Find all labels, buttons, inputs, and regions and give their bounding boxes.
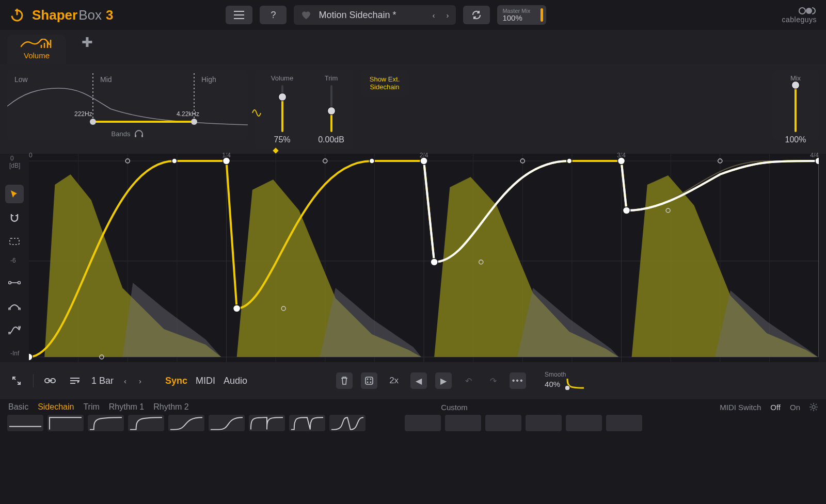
svg-line-80: [811, 409, 812, 410]
lfo-icon[interactable]: [252, 109, 261, 117]
svg-point-44: [29, 353, 33, 361]
custom-slot[interactable]: [485, 415, 521, 431]
band-split-panel[interactable]: Low Mid High 222Hz 4.22kHz Bands: [7, 70, 248, 140]
svg-rect-15: [273, 148, 278, 153]
trash-icon[interactable]: [336, 372, 353, 389]
preset-shape[interactable]: [128, 415, 164, 431]
tool-magnet[interactable]: [5, 208, 24, 227]
volume-slider[interactable]: Volume 75%: [260, 74, 304, 144]
svg-point-51: [567, 158, 572, 164]
band-high-label: High: [201, 75, 216, 84]
expand-icon[interactable]: [8, 372, 25, 389]
dice-icon[interactable]: [361, 372, 377, 389]
x2-button[interactable]: 2x: [386, 372, 402, 389]
cat-rhythm2[interactable]: Rhythm 2: [153, 402, 188, 412]
preset-selector[interactable]: Motion Sidechain * ‹ ›: [294, 5, 456, 25]
redo-icon[interactable]: ↷: [485, 372, 501, 389]
tool-pointer[interactable]: [5, 185, 24, 203]
menu-button[interactable]: [226, 6, 252, 24]
preset-shape[interactable]: [209, 415, 245, 431]
svg-point-11: [90, 119, 96, 125]
length-prev[interactable]: ‹: [122, 377, 129, 385]
headphones-icon[interactable]: [134, 130, 144, 137]
bars-menu-icon[interactable]: [67, 372, 83, 389]
svg-point-68: [370, 379, 372, 380]
cat-trim[interactable]: Trim: [83, 402, 99, 412]
add-tab-button[interactable]: ✚: [72, 21, 102, 64]
svg-point-70: [370, 382, 372, 383]
length-next[interactable]: ›: [137, 377, 144, 385]
svg-line-77: [811, 404, 812, 405]
custom-slot[interactable]: [445, 415, 481, 431]
midi-switch-label: MIDI Switch: [720, 403, 761, 412]
mode-sync[interactable]: Sync: [165, 376, 187, 386]
active-slider-marker: [273, 148, 279, 154]
svg-point-47: [233, 305, 241, 312]
product-title: ShaperBox 3: [32, 7, 113, 23]
preset-shape[interactable]: [88, 415, 124, 431]
master-mix[interactable]: Master Mix 100%: [497, 5, 546, 25]
bands-footer-label: Bands: [112, 130, 131, 138]
preset-name: Motion Sidechain *: [319, 10, 423, 21]
gear-icon[interactable]: [809, 403, 818, 411]
step-fwd-icon[interactable]: ▶: [435, 372, 452, 389]
midi-switch-off[interactable]: Off: [770, 403, 781, 412]
preset-shape[interactable]: [289, 415, 325, 431]
split1-value: 222Hz: [74, 110, 92, 118]
tool-line[interactable]: [5, 273, 24, 292]
show-ext-sidechain-button[interactable]: Show Ext. Sidechain: [360, 70, 409, 96]
midi-switch-on[interactable]: On: [790, 403, 800, 412]
step-back-icon[interactable]: ◀: [410, 372, 427, 389]
svg-rect-13: [135, 135, 136, 137]
cat-basic[interactable]: Basic: [8, 402, 28, 412]
heart-icon[interactable]: [301, 10, 311, 20]
cat-rhythm1[interactable]: Rhythm 1: [109, 402, 144, 412]
preset-shape[interactable]: [329, 415, 366, 431]
tool-scurve[interactable]: [5, 321, 24, 339]
help-button[interactable]: ?: [260, 6, 287, 24]
smooth-control[interactable]: Smooth 40%: [545, 371, 586, 390]
svg-point-19: [9, 282, 11, 284]
svg-point-12: [191, 119, 197, 125]
preset-next[interactable]: ›: [444, 11, 451, 20]
svg-point-2: [799, 8, 805, 14]
svg-line-78: [816, 409, 817, 410]
preset-shape[interactable]: [7, 415, 43, 431]
tab-volume[interactable]: Volume: [7, 35, 66, 64]
link-icon[interactable]: [42, 372, 58, 389]
refresh-button[interactable]: [463, 6, 490, 24]
custom-slot[interactable]: [405, 415, 441, 431]
svg-point-50: [431, 258, 438, 266]
preset-prev[interactable]: ‹: [430, 11, 437, 20]
undo-icon[interactable]: ↶: [460, 372, 476, 389]
svg-point-52: [617, 157, 625, 165]
svg-point-49: [420, 157, 427, 165]
custom-slot[interactable]: [526, 415, 562, 431]
svg-point-45: [172, 158, 177, 164]
mode-audio[interactable]: Audio: [224, 376, 247, 386]
tool-curve[interactable]: [5, 297, 24, 316]
custom-slot[interactable]: [566, 415, 602, 431]
power-icon[interactable]: [9, 7, 25, 23]
brand-logo: cableguys: [782, 6, 817, 24]
preset-shape[interactable]: [249, 415, 285, 431]
trim-slider[interactable]: Trim 0.00dB: [309, 74, 353, 144]
svg-rect-14: [141, 135, 143, 137]
loop-length[interactable]: 1 Bar: [91, 376, 114, 386]
cat-sidechain[interactable]: Sidechain: [38, 402, 74, 412]
mode-midi[interactable]: MIDI: [196, 376, 215, 386]
preset-shape[interactable]: [47, 415, 84, 431]
svg-point-54: [815, 157, 819, 165]
svg-point-3: [806, 8, 812, 14]
split2-value: 4.22kHz: [177, 110, 199, 118]
envelope-graph[interactable]: 0 [dB] -6 -Inf 0 1/4 2/4 3/4 4/4: [29, 154, 819, 362]
more-icon[interactable]: •••: [510, 372, 526, 389]
tool-select[interactable]: [5, 232, 24, 251]
preset-shape[interactable]: [168, 415, 204, 431]
custom-slot[interactable]: [606, 415, 642, 431]
svg-rect-18: [10, 238, 19, 245]
custom-label: Custom: [441, 403, 468, 412]
mix-slider[interactable]: Mix 100%: [772, 70, 819, 149]
svg-point-72: [812, 405, 815, 409]
svg-rect-66: [366, 377, 373, 384]
